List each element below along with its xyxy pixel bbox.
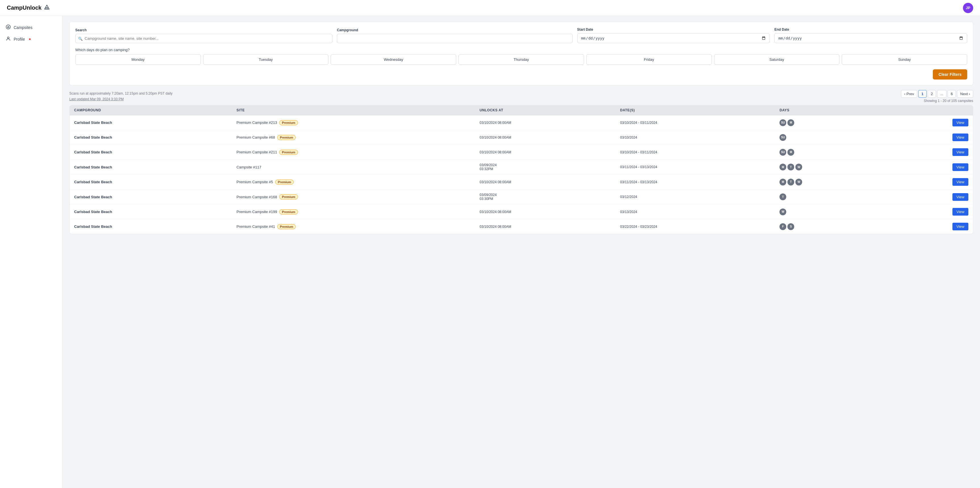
unlocks-at-cell: 03/10/2024 08:00AM [475, 115, 616, 130]
site-cell: Premium Campsite #211Premium [232, 145, 475, 160]
sidebar-item-profile[interactable]: Profile [0, 33, 62, 45]
day-circle: T [788, 179, 794, 186]
end-date-label: End Date [774, 27, 967, 32]
view-button[interactable]: View [953, 148, 968, 156]
table-row: Carlsbad State BeachCampsite #11703/09/2… [70, 160, 973, 175]
table-column-header: SITE [232, 105, 475, 115]
table-row: Carlsbad State BeachPremium Campsite #68… [70, 130, 973, 145]
campground-name: Carlsbad State Beach [74, 195, 112, 199]
user-icon [6, 36, 11, 42]
view-button[interactable]: View [953, 119, 968, 126]
site-name: Premium Campsite #213 [236, 121, 277, 125]
site-cell: Premium Campsite #168Premium [232, 189, 475, 205]
view-button-cell: View [887, 130, 973, 145]
end-date-input[interactable] [774, 33, 967, 43]
view-button-cell: View [887, 115, 973, 130]
campground-cell: Carlsbad State Beach [70, 205, 232, 219]
unlocks-at-cell: 03/10/2024 08:00AM [475, 219, 616, 234]
table-header-row: Scans run at approximately 7:20am, 12:15… [69, 90, 973, 103]
svg-point-0 [6, 25, 11, 29]
view-button-cell: View [887, 175, 973, 189]
user-avatar[interactable]: JP [963, 3, 973, 13]
campground-name: Carlsbad State Beach [74, 224, 112, 229]
day-circle: SU [780, 149, 786, 156]
day-button-friday[interactable]: Friday [586, 54, 712, 65]
unlocks-at-cell: 03/09/2024 03:30PM [475, 189, 616, 205]
day-button-saturday[interactable]: Saturday [714, 54, 840, 65]
premium-badge: Premium [277, 135, 296, 140]
dates-cell: 03/10/2024 - 03/11/2024 [616, 115, 775, 130]
unlocks-at-cell: 03/10/2024 08:00AM [475, 145, 616, 160]
showing-text: Showing 1 - 20 of 105 campsites [901, 99, 973, 103]
sidebar: Campsites Profile [0, 16, 62, 488]
unlocks-at-cell: 03/09/2024 03:32PM [475, 160, 616, 175]
clear-filters-button[interactable]: Clear Filters [933, 69, 967, 79]
day-button-tuesday[interactable]: Tuesday [203, 54, 329, 65]
view-button[interactable]: View [953, 163, 968, 171]
campground-input[interactable]: All Campgrounds [337, 34, 573, 43]
unlocks-at-cell: 03/10/2024 08:00AM [475, 205, 616, 219]
site-name: Premium Campsite #168 [236, 195, 277, 199]
site-cell: Premium Campsite #41Premium [232, 219, 475, 234]
search-icon: 🔍 [78, 37, 83, 41]
pagination-prev[interactable]: ‹ Prev [901, 90, 917, 98]
table-column-header: CAMPGROUND [70, 105, 232, 115]
view-button-cell: View [887, 189, 973, 205]
search-label: Search [75, 28, 332, 32]
view-button[interactable]: View [953, 193, 968, 201]
campsites-table: CAMPGROUNDSITEUNLOCKS ATDATE(S)DAYS Carl… [70, 105, 973, 234]
days-cell: SU [775, 130, 886, 145]
table-body: Carlsbad State BeachPremium Campsite #21… [70, 115, 973, 234]
sidebar-item-campsites[interactable]: Campsites [0, 22, 62, 33]
days-section: Which days do plan on camping? MondayTue… [75, 48, 967, 65]
last-updated-link[interactable]: Last updated Mar 09, 2024 3:33 PM [69, 97, 124, 101]
campground-cell: Carlsbad State Beach [70, 130, 232, 145]
pagination-page-6[interactable]: 6 [948, 90, 956, 98]
days-cell: T [775, 189, 886, 205]
day-circle: T [788, 164, 794, 170]
dates-cell: 03/22/2024 - 03/23/2024 [616, 219, 775, 234]
dates-cell: 03/13/2024 [616, 205, 775, 219]
premium-badge: Premium [279, 194, 298, 199]
brand: CampUnlock [7, 4, 50, 12]
day-button-thursday[interactable]: Thursday [458, 54, 584, 65]
tent-icon [6, 24, 11, 30]
pagination-page-1[interactable]: 1 [918, 90, 927, 98]
day-button-monday[interactable]: Monday [75, 54, 201, 65]
campground-cell: Carlsbad State Beach [70, 175, 232, 189]
campground-cell: Carlsbad State Beach [70, 189, 232, 205]
pagination-and-info: ‹ Prev12...6Next › Showing 1 - 20 of 105… [901, 90, 973, 103]
view-button[interactable]: View [953, 178, 968, 186]
pagination-page-...[interactable]: ... [937, 90, 947, 98]
day-button-sunday[interactable]: Sunday [842, 54, 967, 65]
table-row: Carlsbad State BeachPremium Campsite #19… [70, 205, 973, 219]
view-button[interactable]: View [953, 134, 968, 141]
table-head: CAMPGROUNDSITEUNLOCKS ATDATE(S)DAYS [70, 105, 973, 115]
table-row: Carlsbad State BeachPremium Campsite #41… [70, 219, 973, 234]
campground-name: Carlsbad State Beach [74, 165, 112, 169]
search-input[interactable] [75, 34, 332, 43]
campground-name: Carlsbad State Beach [74, 121, 112, 125]
table-column-header: DATE(S) [616, 105, 775, 115]
table-column-header [887, 105, 973, 115]
site-cell: Premium Campsite #68Premium [232, 130, 475, 145]
campground-cell: Carlsbad State Beach [70, 219, 232, 234]
days-cell: FS [775, 219, 886, 234]
start-date-input[interactable] [577, 33, 770, 43]
view-button[interactable]: View [953, 223, 968, 230]
pagination-next[interactable]: Next › [957, 90, 973, 98]
start-date-filter-group: Start Date [577, 27, 770, 43]
day-button-wednesday[interactable]: Wednesday [331, 54, 456, 65]
site-name: Premium Campsite #211 [236, 150, 277, 154]
sidebar-item-label: Profile [14, 37, 25, 41]
pagination-page-2[interactable]: 2 [928, 90, 936, 98]
site-cell: Premium Campsite #199Premium [232, 205, 475, 219]
view-button[interactable]: View [953, 208, 968, 216]
tent-logo-icon [44, 4, 50, 12]
day-circle: T [780, 194, 786, 200]
days-question: Which days do plan on camping? [75, 48, 967, 52]
campsites-table-container: CAMPGROUNDSITEUNLOCKS ATDATE(S)DAYS Carl… [69, 105, 973, 234]
search-input-wrapper: 🔍 [75, 34, 332, 43]
site-name: Campsite #117 [236, 165, 261, 169]
site-name: Premium Campsite #41 [236, 224, 275, 229]
